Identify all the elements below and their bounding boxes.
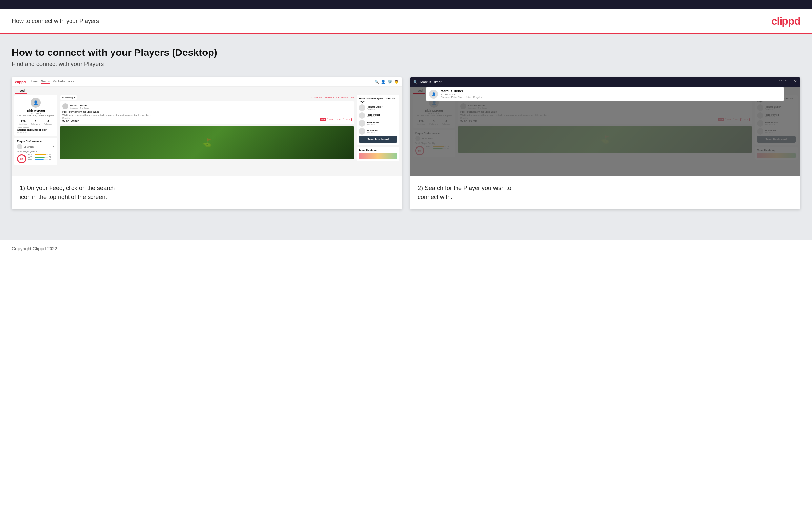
mock-stat-followers: 3 Followers [31,120,40,125]
mock-profile-name-1: Blair McHarg [17,109,54,112]
tag-putt: PUTT [343,118,351,121]
mock-score-circle-1: 84 [17,154,26,163]
mock-user-row-1: Richard Butler Yesterday · The Grove [62,103,351,109]
mock-nav-1: clippd Home Teams My Performance 🔍 👤 ⚙️ … [12,78,402,87]
mock-nav-teams[interactable]: Teams [41,80,50,84]
mock-profile-stats-1: 129 Activities 3 Followers 4 Following [17,118,54,125]
mock-search-result: 👤 Marcus Turner 1.5 Handicap Cypress Poi… [426,87,784,101]
tag-app: APP [327,118,334,121]
mock-team-dashboard-btn-1[interactable]: Team Dashboard [359,136,397,143]
dropdown-icon-1[interactable]: ▾ [53,145,54,148]
mock-following-bar-1: Following ▾ Control who can see your act… [60,95,354,100]
control-link-1[interactable]: Control who can see your activity and da… [311,96,354,99]
mock-profile-club-1: Mill Ride Golf Club, United Kingdom [17,115,54,117]
main-content: How to connect with your Players (Deskto… [0,34,812,240]
mock-search-bar: 🔍 Marcus Turner CLEAR ✕ [410,78,800,87]
search-input[interactable]: Marcus Turner [420,80,797,84]
mock-player-piers: Piers Parnell Activities: 4 [359,112,397,119]
mock-golfer-image-1: ⛳ [60,126,354,159]
clear-btn[interactable]: CLEAR [776,79,787,82]
caption-1-text: 1) On your Feed, click on the searchicon… [20,185,115,200]
close-icon[interactable]: ✕ [794,79,797,84]
screenshots-grid: clippd Home Teams My Performance 🔍 👤 ⚙️ … [12,78,800,209]
mock-duration-row-1: Duration 02 hr : 00 min OTT APP ARG PUTT [62,117,351,122]
mock-player-eli: Eli Vincent Activities: 1 [359,128,397,134]
result-avatar: 👤 [429,90,438,99]
mock-active-players-1: Most Active Players - Last 30 days Richa… [357,95,399,145]
mock-profile-card-1: 👤 Blair McHarg Golf Coach Mill Ride Golf… [14,95,57,136]
mock-nav-icons-1: 🔍 👤 ⚙️ 👨 [375,80,399,84]
mock-tags-1: OTT APP ARG PUTT [320,118,351,121]
tag-ott: OTT [320,118,326,121]
mock-heatmap-1: Team Heatmap [357,147,399,162]
page-title: How to connect with your Players [12,18,99,25]
mock-latest-1: Latest Activity Afternoon round of golf … [17,126,54,133]
mock-stat-following: 4 Following [44,120,52,125]
search-icon[interactable]: 🔍 [375,80,379,84]
following-btn-1[interactable]: Following ▾ [60,95,78,100]
hero-heading: How to connect with your Players (Deskto… [12,47,800,58]
avatar-icon[interactable]: 👨 [394,80,399,84]
footer: Copyright Clippd 2022 [0,240,812,258]
screenshot-2: 🔍 Marcus Turner CLEAR ✕ 👤 Marcus Turner … [410,78,800,209]
mock-player-row-1: Eli Vincent ▾ [17,144,54,149]
mock-activity-card-1: Richard Butler Yesterday · The Grove Pre… [60,101,354,124]
user-icon[interactable]: 👤 [381,80,386,84]
mock-nav-items-1: Home Teams My Performance [30,80,75,84]
header: How to connect with your Players clippd [0,9,812,34]
mock-sidebar-1: 👤 Blair McHarg Golf Coach Mill Ride Golf… [14,95,57,173]
mock-player-richard: Richard Butler Activities: 7 [359,104,397,111]
mock-right-1: Most Active Players - Last 30 days Richa… [357,95,399,173]
mock-player-hiral: Hiral Pujara Activities: 3 [359,120,397,127]
mock-stat-bars-1: OTT 79 APP 70 [28,154,51,161]
mock-user-avatar-1 [62,103,68,109]
mock-feed-tab-1[interactable]: Feed [15,88,27,94]
mock-stat-activities: 129 Activities [19,120,27,125]
mock-avatar-1: 👤 [31,98,41,108]
search-icon-2: 🔍 [413,80,418,84]
copyright-text: Copyright Clippd 2022 [12,246,57,251]
mock-ui-2: 🔍 Marcus Turner CLEAR ✕ 👤 Marcus Turner … [410,78,800,176]
logo: clippd [771,15,800,27]
top-bar [0,0,812,9]
mock-nav-my-performance[interactable]: My Performance [53,80,75,84]
mock-center-1: Following ▾ Control who can see your act… [60,95,354,173]
mock-player-avatar-sm-1 [17,144,22,149]
hero-subheading: Find and connect with your Players [12,61,800,68]
mock-body-1: 👤 Blair McHarg Golf Coach Mill Ride Golf… [12,95,402,176]
mock-ui-1: clippd Home Teams My Performance 🔍 👤 ⚙️ … [12,78,402,176]
mock-nav-home[interactable]: Home [30,80,37,84]
mock-player-perf-1: Player Performance Eli Vincent ▾ Total P… [14,138,57,165]
caption-2-text: 2) Search for the Player you wish toconn… [418,185,511,200]
caption-2: 2) Search for the Player you wish toconn… [410,176,800,209]
screenshot-1: clippd Home Teams My Performance 🔍 👤 ⚙️ … [12,78,402,209]
hero-section: How to connect with your Players (Deskto… [12,47,800,68]
tag-arg: ARG [335,118,342,121]
mock-logo-1: clippd [15,80,26,84]
caption-1: 1) On your Feed, click on the searchicon… [12,176,402,209]
mock-profile-title-1: Golf Coach [17,112,54,115]
settings-icon[interactable]: ⚙️ [388,80,392,84]
